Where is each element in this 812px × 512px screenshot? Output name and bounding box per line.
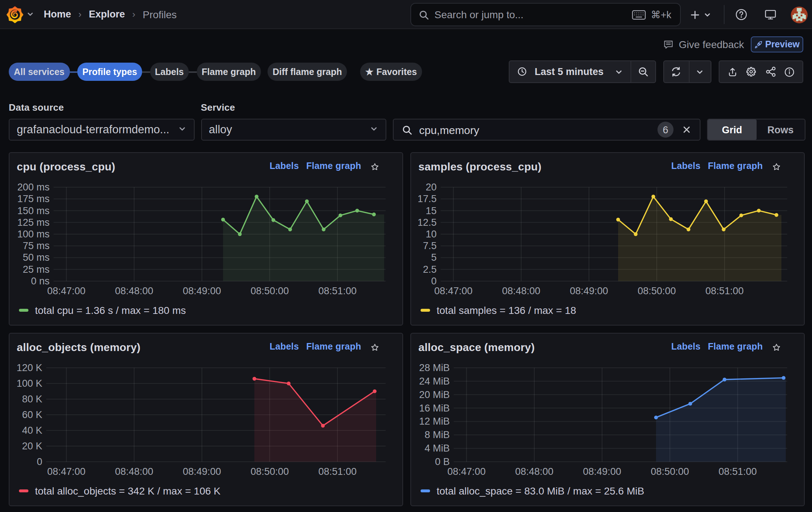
svg-text:20: 20 [426, 182, 437, 193]
svg-text:08:47:00: 08:47:00 [434, 285, 472, 296]
svg-text:100 ms: 100 ms [17, 229, 50, 240]
svg-text:08:47:00: 08:47:00 [47, 466, 85, 477]
svg-text:200 ms: 200 ms [17, 182, 50, 193]
svg-text:08:49:00: 08:49:00 [583, 466, 621, 477]
svg-text:15: 15 [426, 205, 437, 216]
svg-text:8 MiB: 8 MiB [425, 429, 450, 440]
svg-text:08:51:00: 08:51:00 [318, 466, 356, 477]
svg-text:08:48:00: 08:48:00 [515, 466, 553, 477]
svg-text:175 ms: 175 ms [17, 193, 50, 204]
svg-text:75 ms: 75 ms [23, 240, 50, 251]
svg-text:50 ms: 50 ms [23, 252, 50, 263]
svg-text:10: 10 [426, 229, 437, 240]
svg-text:2.5: 2.5 [423, 264, 437, 275]
svg-text:08:47:00: 08:47:00 [47, 285, 85, 296]
svg-text:08:49:00: 08:49:00 [183, 285, 221, 296]
svg-text:08:51:00: 08:51:00 [318, 285, 356, 296]
svg-text:7.5: 7.5 [423, 240, 437, 251]
svg-text:100 K: 100 K [17, 378, 42, 389]
svg-text:16 MiB: 16 MiB [419, 403, 450, 414]
svg-text:0: 0 [431, 276, 437, 287]
svg-text:120 K: 120 K [17, 362, 42, 373]
svg-text:12.5: 12.5 [418, 217, 437, 228]
svg-text:24 MiB: 24 MiB [419, 376, 450, 387]
svg-text:28 MiB: 28 MiB [419, 362, 450, 373]
svg-text:0: 0 [37, 456, 42, 467]
svg-text:0 ns: 0 ns [31, 276, 50, 287]
svg-text:17.5: 17.5 [418, 193, 437, 204]
svg-text:0 B: 0 B [435, 456, 450, 467]
svg-text:5: 5 [431, 252, 437, 263]
svg-text:25 ms: 25 ms [23, 264, 50, 275]
svg-text:08:50:00: 08:50:00 [637, 285, 676, 296]
svg-text:80 K: 80 K [22, 394, 42, 405]
svg-text:40 K: 40 K [22, 425, 42, 436]
svg-text:20 MiB: 20 MiB [419, 389, 450, 400]
svg-text:08:48:00: 08:48:00 [115, 466, 153, 477]
svg-text:12 MiB: 12 MiB [419, 416, 450, 427]
svg-text:125 ms: 125 ms [17, 217, 50, 228]
svg-text:08:50:00: 08:50:00 [250, 285, 289, 296]
svg-text:08:49:00: 08:49:00 [570, 285, 608, 296]
svg-text:150 ms: 150 ms [17, 205, 50, 216]
svg-text:20 K: 20 K [22, 441, 42, 452]
svg-text:08:50:00: 08:50:00 [651, 466, 689, 477]
svg-text:08:51:00: 08:51:00 [718, 466, 757, 477]
svg-text:4 MiB: 4 MiB [425, 443, 450, 454]
svg-text:08:49:00: 08:49:00 [183, 466, 221, 477]
svg-text:08:50:00: 08:50:00 [250, 466, 289, 477]
svg-text:08:48:00: 08:48:00 [502, 285, 540, 296]
svg-text:08:47:00: 08:47:00 [447, 466, 485, 477]
svg-text:08:51:00: 08:51:00 [705, 285, 743, 296]
svg-text:60 K: 60 K [22, 409, 42, 420]
svg-text:08:48:00: 08:48:00 [115, 285, 153, 296]
